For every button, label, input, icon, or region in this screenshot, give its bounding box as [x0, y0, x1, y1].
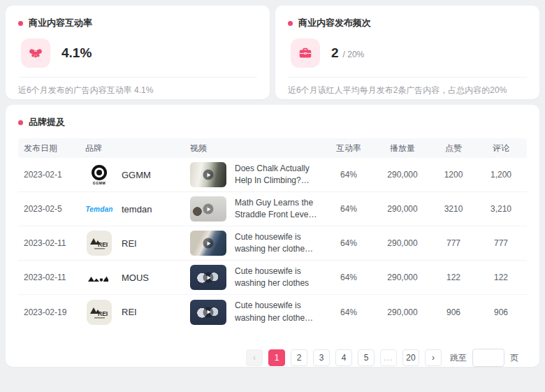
- stat-cards-row: 商业内容互动率 4.1%: [6, 6, 539, 99]
- pagination-pages: 12345...20: [268, 349, 419, 366]
- brand-mentions-card: 品牌提及 发布日期 品牌 视频 互动率 播放量 点赞 评论 2023-02-1 …: [6, 105, 539, 367]
- publish-frequency-value-row: 2 / 20%: [331, 45, 364, 61]
- likes-value: 777: [432, 238, 475, 248]
- pagination-ellipsis[interactable]: ...: [380, 349, 397, 366]
- engagement-rate-value: 64%: [324, 307, 373, 317]
- table-row: 2023-02-5 Temdan temdan Math Guy Learns …: [18, 192, 527, 226]
- engagement-rate-title: 商业内容互动率: [29, 17, 92, 29]
- engagement-rate-value: 64%: [324, 170, 373, 180]
- play-icon: [203, 238, 214, 249]
- pagination-page-3[interactable]: 3: [313, 349, 330, 366]
- video-cell[interactable]: Cute housewife is washing her clothes at…: [184, 300, 324, 325]
- video-title[interactable]: Cute housewife is washing her clothes: [235, 266, 317, 290]
- table-row: 2023-02-11 REI REI Cute housewife is was…: [18, 226, 527, 261]
- brand-cell: REI REI: [80, 231, 184, 256]
- publish-date: 2023-02-11: [18, 273, 80, 282]
- engagement-rate-value: 64%: [324, 273, 373, 282]
- svg-text:REI: REI: [98, 241, 108, 248]
- card-divider: [18, 77, 257, 78]
- comments-value: 777: [475, 238, 527, 248]
- engagement-rate-value: 4.1%: [61, 45, 92, 61]
- column-header-brand: 品牌: [80, 143, 184, 154]
- publish-frequency-card: 商业内容发布频次 2 / 20%: [275, 6, 539, 99]
- play-icon: [203, 273, 214, 283]
- video-cell[interactable]: Does Chalk Actually Help In Climbing? #s…: [184, 162, 324, 187]
- rei-brand-logo: REI: [85, 300, 113, 325]
- video-thumbnail[interactable]: [190, 162, 226, 187]
- comments-value: 122: [475, 273, 527, 282]
- bullet-dot-icon: [288, 21, 293, 26]
- pagination-prev-button[interactable]: ‹: [246, 349, 263, 366]
- pagination-page-1[interactable]: 1: [268, 349, 285, 366]
- ggmm-brand-logo: GGMM: [85, 165, 113, 185]
- publish-date: 2023-02-5: [18, 204, 80, 214]
- column-header-comments: 评论: [475, 143, 527, 154]
- engagement-rate-value: 64%: [324, 204, 373, 214]
- card-title-row: 商业内容互动率: [18, 17, 257, 29]
- publish-frequency-value: 2: [331, 45, 339, 61]
- dashboard-page: 商业内容互动率 4.1%: [0, 0, 545, 372]
- video-title[interactable]: Cute housewife is washing her clothes at…: [235, 300, 317, 324]
- views-value: 290,000: [373, 238, 432, 248]
- pagination-page-2[interactable]: 2: [291, 349, 307, 366]
- pagination-next-button[interactable]: ›: [425, 349, 442, 366]
- play-icon: [203, 204, 214, 215]
- table-row: 2023-02-1 GGMM GGMM Does Chalk Actually …: [18, 158, 527, 192]
- comments-value: 1,200: [475, 170, 527, 180]
- play-icon: [203, 307, 214, 317]
- video-title[interactable]: Math Guy Learns the Straddle Front Lever…: [235, 197, 317, 222]
- video-cell[interactable]: Math Guy Learns the Straddle Front Lever…: [184, 196, 324, 222]
- views-value: 290,000: [373, 307, 432, 317]
- publish-frequency-body: 2 / 20%: [288, 38, 527, 68]
- likes-value: 906: [432, 307, 475, 317]
- card-divider: [288, 77, 527, 78]
- views-value: 290,000: [373, 273, 432, 282]
- bullet-dot-icon: [18, 21, 23, 26]
- video-thumbnail[interactable]: [190, 196, 226, 222]
- likes-value: 1200: [432, 170, 475, 180]
- play-icon: [203, 170, 214, 180]
- brand-name: REI: [122, 238, 137, 249]
- video-cell[interactable]: Cute housewife is washing her clothes at…: [184, 231, 324, 256]
- video-cell[interactable]: Cute housewife is washing her clothes: [184, 265, 324, 290]
- rei-brand-logo: REI: [85, 231, 113, 256]
- pagination-page-20[interactable]: 20: [402, 349, 419, 366]
- brand-name: GGMM: [122, 170, 151, 180]
- publish-date: 2023-02-11: [18, 238, 80, 248]
- pagination-page-4[interactable]: 4: [335, 349, 352, 366]
- publish-frequency-title: 商业内容发布频次: [298, 17, 371, 29]
- engagement-rate-footer: 近6个月发布的广告内容互动率 4.1%: [18, 85, 257, 96]
- table-body: 2023-02-1 GGMM GGMM Does Chalk Actually …: [18, 158, 527, 329]
- brand-name: MOUS: [122, 273, 149, 283]
- svg-text:REI: REI: [98, 310, 108, 317]
- column-header-video: 视频: [184, 143, 324, 154]
- video-thumbnail[interactable]: [190, 231, 226, 256]
- views-value: 290,000: [373, 170, 432, 180]
- brand-mentions-title: 品牌提及: [29, 116, 65, 129]
- jump-to-label: 跳至: [450, 352, 467, 364]
- card-title-row: 品牌提及: [18, 116, 527, 129]
- column-header-views: 播放量: [373, 143, 432, 154]
- video-title[interactable]: Cute housewife is washing her clothes at…: [235, 231, 317, 256]
- likes-value: 122: [432, 273, 475, 282]
- column-header-date: 发布日期: [18, 143, 80, 154]
- table-header-row: 发布日期 品牌 视频 互动率 播放量 点赞 评论: [18, 138, 527, 158]
- brand-cell: GGMM GGMM: [80, 165, 184, 185]
- engagement-rate-body: 4.1%: [18, 38, 257, 68]
- brand-cell: MOUS: [80, 273, 184, 283]
- jump-page-input[interactable]: [472, 349, 504, 367]
- brand-cell: REI REI: [80, 300, 184, 325]
- publish-date: 2023-02-19: [18, 307, 80, 317]
- column-header-engagement: 互动率: [324, 143, 373, 154]
- video-thumbnail[interactable]: [190, 265, 226, 290]
- brand-name: temdan: [122, 204, 152, 215]
- video-title[interactable]: Does Chalk Actually Help In Climbing? #s…: [235, 163, 317, 187]
- table-row: 2023-02-19 REI REI Cute housewife is was…: [18, 295, 527, 329]
- views-value: 290,000: [373, 204, 432, 214]
- video-thumbnail[interactable]: [190, 300, 226, 325]
- brand-cell: Temdan temdan: [80, 204, 184, 215]
- pagination-page-5[interactable]: 5: [358, 349, 375, 366]
- brand-name: REI: [122, 307, 137, 317]
- table-row: 2023-02-11 MOUS Cute housewife is washin…: [18, 261, 527, 295]
- bullet-dot-icon: [18, 120, 23, 125]
